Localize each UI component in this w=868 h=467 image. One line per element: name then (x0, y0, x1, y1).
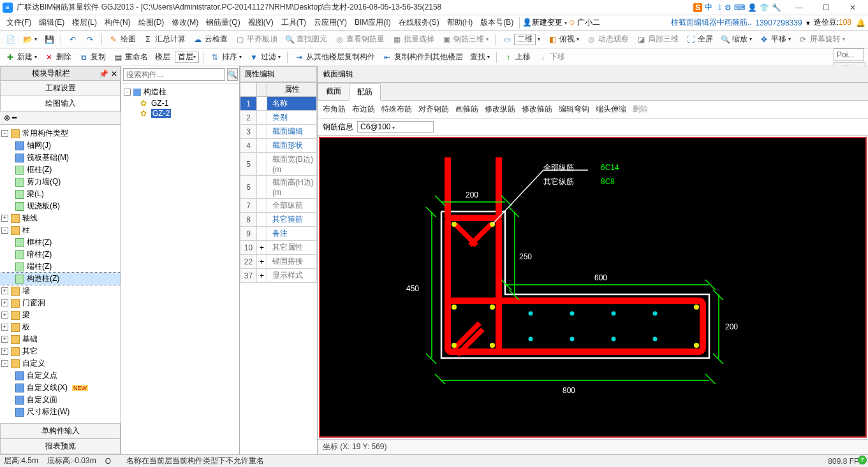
rotate-button[interactable]: ⟳屏幕旋转▾ (795, 32, 848, 46)
sub-edge[interactable]: 布边筋 (352, 104, 375, 115)
fullscreen-button[interactable]: ⛶全屏 (683, 32, 716, 46)
expand-toggle[interactable]: + (1, 336, 8, 343)
component-tree[interactable]: -构造柱 ✿GZ-1 ✿GZ-2 (121, 83, 239, 454)
dynamic-view-button[interactable]: ◎动态观察 (584, 32, 631, 46)
menu-bim[interactable]: BIM应用(I) (351, 16, 395, 29)
menu-version[interactable]: 版本号(B) (476, 16, 517, 29)
poi-input[interactable]: Poi... (834, 48, 864, 61)
sum-button[interactable]: Σ汇总计算 (140, 32, 188, 46)
sub-special[interactable]: 特殊布筋 (381, 104, 412, 115)
tab-single-input[interactable]: 单构件输入 (0, 423, 121, 439)
search-button[interactable]: 🔍 (227, 68, 238, 81)
nav-tree[interactable]: -常用构件类型 轴网(J) 筏板基础(M) 框柱(Z) 剪力墙(Q) 梁(L) … (0, 125, 121, 424)
menu-edit[interactable]: 编辑(E) (35, 16, 68, 29)
menu-floor[interactable]: 楼层(L) (68, 16, 101, 29)
phone-link[interactable]: 13907298339 (755, 18, 802, 27)
sub-modlong[interactable]: 修改纵筋 (485, 104, 515, 115)
section-canvas[interactable]: 200 250 450 600 200 800 全部纵筋 6C14 其它纵筋 8… (319, 137, 867, 438)
ime-toolbar[interactable]: S 中 ☽ ⚙ ⌨ 👤 👕 🔧 (693, 2, 781, 13)
tab-report[interactable]: 报表预览 (0, 438, 121, 454)
expand-toggle[interactable]: + (1, 215, 8, 222)
pin-icon[interactable]: 📌 (99, 69, 108, 78)
move-down-button[interactable]: ↓下移 (535, 50, 568, 64)
sub-corner[interactable]: 布角筋 (323, 104, 346, 115)
minimize-button[interactable]: — (786, 1, 812, 14)
menu-rebar[interactable]: 钢筋量(Q) (202, 16, 244, 29)
zoom-button[interactable]: 🔍缩放▾ (717, 32, 754, 46)
2d-combo[interactable]: ▭二维▾ (499, 32, 543, 47)
maximize-button[interactable]: ☐ (813, 1, 839, 14)
menu-view[interactable]: 视图(V) (244, 16, 277, 29)
ime-gear-icon[interactable]: ⚙ (725, 3, 732, 12)
sub-align[interactable]: 对齐钢筋 (418, 104, 449, 115)
sub-hook[interactable]: 编辑弯钩 (559, 104, 589, 115)
collapse-icon[interactable]: ━ (12, 113, 17, 122)
ime-keyboard-icon[interactable]: ⌨ (734, 3, 745, 12)
sub-stirrup[interactable]: 画箍筋 (455, 104, 478, 115)
filter-button[interactable]: ▼过滤▾ (246, 50, 283, 64)
new-file-button[interactable]: 📄 (3, 33, 18, 46)
top-view-button[interactable]: ◧俯视▾ (545, 32, 582, 46)
expand-icon[interactable]: ⊕ (4, 113, 10, 122)
floor-select[interactable]: 首层 (175, 52, 199, 63)
expand-toggle[interactable]: + (1, 348, 8, 355)
expand-toggle[interactable]: - (1, 360, 8, 367)
copy-from-floor-button[interactable]: ⇥从其他楼层复制构件 (291, 50, 378, 64)
property-table[interactable]: 属性 1名称 2类别 3截面编辑 4截面形状 5截面宽(B边)(m 6截面高(H… (240, 82, 317, 283)
redo-button[interactable]: ↷ (82, 33, 98, 46)
new-change-button[interactable]: 👤新建变更 (522, 17, 566, 28)
sub-extend[interactable]: 端头伸缩 (596, 104, 626, 115)
close-button[interactable]: ✕ (840, 1, 865, 14)
tab-section[interactable]: 截面 (318, 83, 349, 100)
close-panel-icon[interactable]: ✕ (111, 69, 117, 78)
copy-button[interactable]: ⧉复制 (76, 50, 108, 64)
menu-online[interactable]: 在线服务(S) (395, 16, 443, 29)
expand-toggle[interactable]: + (1, 299, 8, 306)
local3d-button[interactable]: ◪局部三维 (633, 32, 681, 46)
steel-3d-button[interactable]: ▣钢筋三维▾ (439, 32, 491, 46)
ime-shirt-icon[interactable]: 👕 (760, 3, 769, 12)
rebar-info-combo[interactable]: C6@100 (357, 121, 434, 133)
tab-draw-input[interactable]: 绘图输入 (0, 96, 121, 111)
user-button[interactable]: ☺广小二 (567, 17, 600, 28)
sub-delete[interactable]: 删除 (633, 104, 648, 115)
cloud-check-button[interactable]: ☁云检查 (190, 32, 230, 46)
open-file-button[interactable]: 📂▾ (20, 33, 40, 46)
ime-logo-icon[interactable]: S (693, 3, 702, 12)
view-steel-button[interactable]: ◎查看钢筋量 (332, 32, 387, 46)
move-up-button[interactable]: ↑上移 (501, 50, 533, 64)
batch-select-button[interactable]: ▦批量选择 (389, 32, 437, 46)
sub-modstir[interactable]: 修改箍筋 (522, 104, 552, 115)
copy-to-floor-button[interactable]: ⇤复制构件到其他楼层 (379, 50, 466, 64)
flush-top-button[interactable]: ▢平齐板顶 (232, 32, 280, 46)
find-entity-button[interactable]: 🔍查找图元 (282, 32, 330, 46)
menu-tools[interactable]: 工具(T) (277, 16, 310, 29)
draw-button[interactable]: ✎绘图 (106, 32, 138, 46)
expand-toggle[interactable]: - (1, 130, 8, 137)
sort-button[interactable]: ⇅排序▾ (207, 50, 244, 64)
tab-project-settings[interactable]: 工程设置 (0, 80, 121, 96)
undo-button[interactable]: ↶ (65, 33, 80, 46)
tab-rebar[interactable]: 配筋 (349, 83, 381, 101)
expand-toggle[interactable]: + (1, 312, 8, 319)
ime-user-icon[interactable]: 👤 (747, 3, 757, 12)
expand-toggle[interactable]: + (1, 287, 8, 294)
expand-toggle[interactable]: - (1, 227, 8, 234)
pan-button[interactable]: ✥平移▾ (756, 32, 793, 46)
expand-toggle[interactable]: + (1, 324, 8, 331)
menu-component[interactable]: 构件(N) (101, 16, 135, 29)
menu-modify[interactable]: 修改(M) (168, 16, 202, 29)
ime-wrench-icon[interactable]: 🔧 (772, 3, 781, 12)
search-input[interactable] (123, 68, 225, 81)
menu-file[interactable]: 文件(F) (3, 16, 35, 29)
new-component-button[interactable]: ✚新建▾ (3, 50, 40, 64)
nav-mini-toolbar[interactable]: ⊕ ━ (0, 111, 121, 125)
menu-cloud[interactable]: 云应用(Y) (310, 16, 351, 29)
menu-help[interactable]: 帮助(H) (443, 16, 477, 29)
delete-button[interactable]: ✕删除 (41, 50, 74, 64)
ime-moon-icon[interactable]: ☽ (715, 3, 722, 12)
rename-button[interactable]: ▤重命名 (110, 50, 151, 64)
find-button[interactable]: 查找▾ (467, 50, 492, 64)
menu-draw[interactable]: 绘图(D) (135, 16, 168, 29)
save-button[interactable]: 💾 (41, 33, 57, 46)
